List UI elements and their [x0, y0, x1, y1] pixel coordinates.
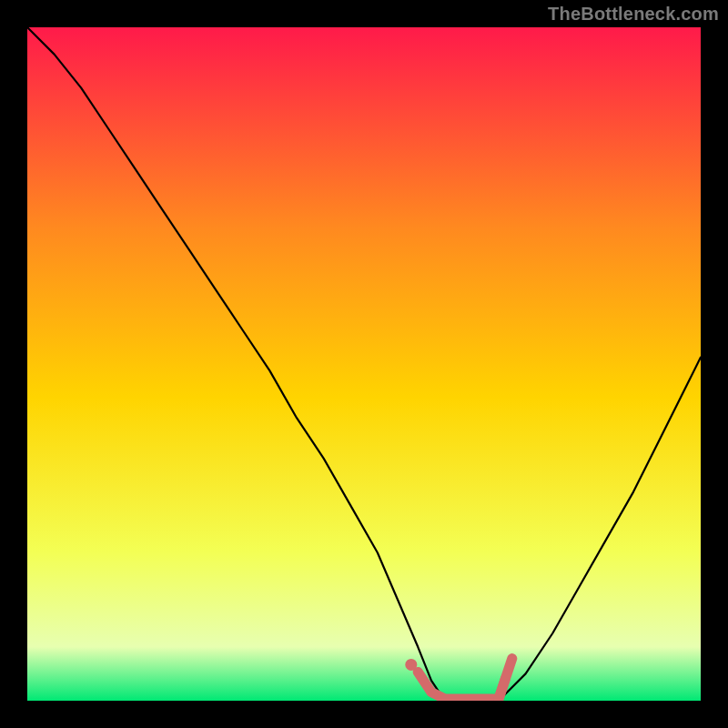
plot-area: [27, 27, 701, 701]
bottleneck-chart-svg: [27, 27, 701, 701]
heatmap-background: [27, 27, 701, 701]
optimal-zone-dot-start: [405, 659, 417, 671]
watermark-text: TheBottleneck.com: [548, 4, 719, 25]
chart-frame: TheBottleneck.com: [0, 0, 728, 728]
